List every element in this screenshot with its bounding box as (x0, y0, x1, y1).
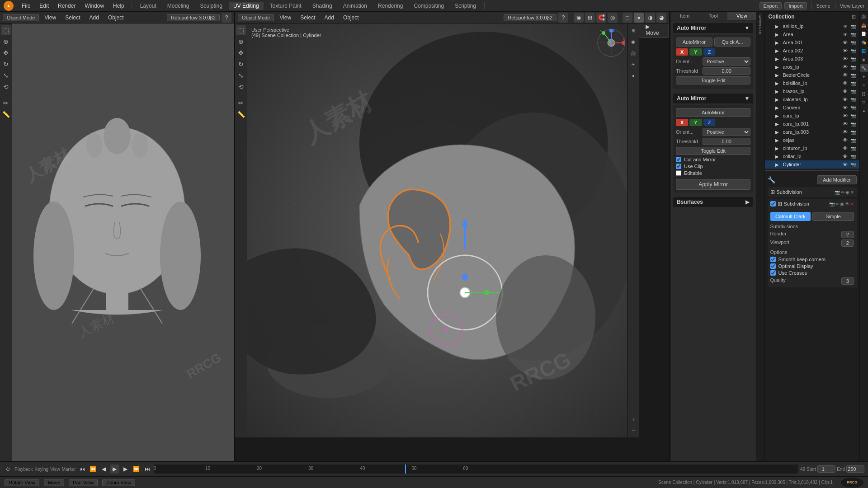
subd-cam-icon-2[interactable]: 📷 (829, 202, 835, 206)
col-cam-aros[interactable]: 📷 (850, 65, 856, 70)
bsurfaces-header[interactable]: Bsurfaces ▶ (673, 197, 753, 207)
col-eye-aros[interactable]: 👁 (843, 64, 848, 70)
col-item-bezier[interactable]: ▶ BezierCircle 👁 📷 (765, 71, 859, 79)
col-cam-a003[interactable]: 📷 (850, 56, 856, 61)
col-eye-cara[interactable]: 👁 (843, 113, 848, 118)
menu-edit[interactable]: Edit (36, 2, 52, 10)
quality-value[interactable]: 3 (841, 277, 854, 285)
col-eye-a002[interactable]: 👁 (843, 48, 848, 53)
prop-tab-data[interactable]: ▽ (860, 99, 868, 107)
pan-view-btn[interactable]: Pan View (69, 479, 98, 486)
viewport-gizmo-btn[interactable]: ⊞ (585, 13, 595, 23)
col-item-cara[interactable]: ▶ cara_lp 👁 📷 (765, 112, 859, 120)
tool-annotate[interactable]: ✏ (1, 98, 11, 108)
left-object-btn[interactable]: Object (104, 14, 127, 22)
workspace-animation[interactable]: Animation (339, 2, 372, 10)
prev-frame-btn[interactable]: ⏪ (89, 465, 98, 474)
col-filter-icon[interactable]: ⊞ (852, 14, 856, 20)
auto-mirror-header-2[interactable]: Auto Mirror ▼ (673, 94, 753, 103)
move-btn[interactable]: Move (44, 479, 64, 486)
auto-mirror-btn[interactable]: AutoMirror (676, 38, 712, 47)
viewport-shading-render[interactable]: ◕ (656, 13, 666, 23)
prop-tab-physics[interactable]: ⚛ (860, 81, 868, 89)
rtool-measure[interactable]: 📏 (236, 109, 246, 119)
prop-tab-render[interactable]: 🎥 (860, 13, 868, 21)
toggle-edit-btn[interactable]: Toggle Edit (676, 76, 750, 84)
subd-render-icon-2[interactable]: ◉ (840, 202, 844, 206)
col-eye-cylinder[interactable]: 👁 (843, 162, 848, 167)
prop-tab-output[interactable]: 📤 (860, 21, 868, 29)
add-modifier-btn[interactable]: Add Modifier (817, 175, 857, 184)
right-addon-help[interactable]: ? (558, 13, 568, 23)
timeline-icon[interactable]: ⏱ (4, 465, 13, 474)
col-cam-cylinder[interactable]: 📷 (850, 162, 856, 167)
col-eye-camera[interactable]: 👁 (843, 105, 848, 110)
left-view-btn[interactable]: View (41, 14, 60, 22)
workspace-modeling[interactable]: Modeling (163, 2, 194, 10)
vp-icon-sun[interactable]: ☀ (628, 59, 638, 69)
right-3d-viewport[interactable]: User Perspective (49) Scene Collection |… (235, 23, 639, 437)
quick-a-btn[interactable]: Quick A... (714, 38, 751, 47)
npanel-tab-tool[interactable]: Tool (699, 12, 727, 20)
timeline-track[interactable]: 0 10 20 30 40 50 60 (154, 465, 798, 474)
subd-delete-icon-2[interactable]: ✕ (850, 202, 854, 206)
use-creases-checkbox[interactable] (770, 270, 776, 276)
subd-render-icon[interactable]: ◉ (845, 190, 849, 195)
next-frame-btn[interactable]: ⏩ (132, 465, 141, 474)
tool-move[interactable]: ✥ (1, 48, 11, 58)
col-item-aros[interactable]: ▶ aros_lp 👁 📷 (765, 63, 859, 71)
vp-icon-view[interactable]: ◉ (628, 37, 638, 47)
col-eye-area[interactable]: 👁 (843, 32, 848, 37)
right-select-btn[interactable]: Select (297, 14, 319, 22)
left-addon-btn[interactable]: RetopoFlow 3.0.0β2 (167, 14, 220, 21)
col-item-bolsillos[interactable]: ▶ bolsillos_lp 👁 📷 (765, 79, 859, 87)
rtool-annotate[interactable]: ✏ (236, 98, 246, 108)
editable-checkbox[interactable] (676, 170, 681, 176)
axis-y-btn-2[interactable]: Y (689, 119, 702, 126)
import-button[interactable]: Import (784, 2, 807, 9)
col-cam-cara001[interactable]: 📷 (850, 122, 856, 127)
smooth-corners-checkbox[interactable] (770, 257, 776, 262)
workspace-rendering[interactable]: Rendering (373, 2, 407, 10)
vp-icon-zoom-in[interactable]: + (628, 414, 638, 424)
tool-measure[interactable]: 📏 (1, 109, 11, 119)
col-item-calcetas[interactable]: ▶ calcetas_lp 👁 📷 (765, 95, 859, 103)
orient-select-2[interactable]: Positive (703, 128, 750, 136)
axis-z-btn-2[interactable]: Z (703, 119, 716, 126)
prop-tab-object[interactable]: ◆ (860, 56, 868, 64)
viewport-shading-wire[interactable]: □ (623, 13, 632, 23)
col-item-cara003[interactable]: ▶ cara_lp.003 👁 📷 (765, 128, 859, 136)
col-item-cinturon[interactable]: ▶ cinturon_lp 👁 📷 (765, 144, 859, 152)
auto-mirror-header-1[interactable]: Auto Mirror ▼ (673, 23, 753, 33)
col-item-area003[interactable]: ▶ Area.003 👁 📷 (765, 55, 859, 63)
npanel-tab-view[interactable]: View (727, 12, 756, 20)
npanel-tab-item[interactable]: Item (670, 12, 699, 20)
catmull-clark-btn[interactable]: Catmull-Clark (770, 212, 811, 221)
col-cam-area[interactable]: 📷 (850, 32, 856, 37)
prop-tab-particles[interactable]: ✦ (860, 73, 868, 81)
col-eye-cejas[interactable]: 👁 (843, 137, 848, 143)
col-eye-cara003[interactable]: 👁 (843, 129, 848, 135)
axis-x-btn[interactable]: X (676, 48, 688, 56)
col-cam-cejas[interactable]: 📷 (850, 138, 856, 143)
subd-cam-icon[interactable]: 📷 (835, 190, 840, 195)
left-select-btn[interactable]: Select (61, 14, 84, 22)
col-eye-calcetas[interactable]: 👁 (843, 97, 848, 102)
viewport-proportional-btn[interactable]: ◎ (608, 13, 618, 23)
optimal-display-checkbox[interactable] (770, 263, 776, 269)
end-frame-input[interactable] (846, 465, 864, 473)
col-eye-bezier[interactable]: 👁 (843, 72, 848, 78)
render-value[interactable]: 2 (841, 231, 854, 238)
col-eye-icon[interactable]: 👁 (843, 24, 848, 29)
orient-select[interactable]: Positive (703, 57, 750, 66)
toggle-edit-btn-2[interactable]: Toggle Edit (676, 147, 750, 155)
axis-y-btn[interactable]: Y (689, 48, 702, 56)
workspace-sculpting[interactable]: Sculpting (196, 2, 227, 10)
menu-window[interactable]: Window (81, 2, 108, 10)
tool-cursor[interactable]: ⊕ (1, 37, 11, 47)
col-cam-cinturon[interactable]: 📷 (850, 146, 856, 151)
play-btn[interactable]: ▶ (110, 465, 119, 474)
col-cam-cara[interactable]: 📷 (850, 113, 856, 118)
col-cam-cara003[interactable]: 📷 (850, 130, 856, 135)
col-cam-calcetas[interactable]: 📷 (850, 97, 856, 102)
